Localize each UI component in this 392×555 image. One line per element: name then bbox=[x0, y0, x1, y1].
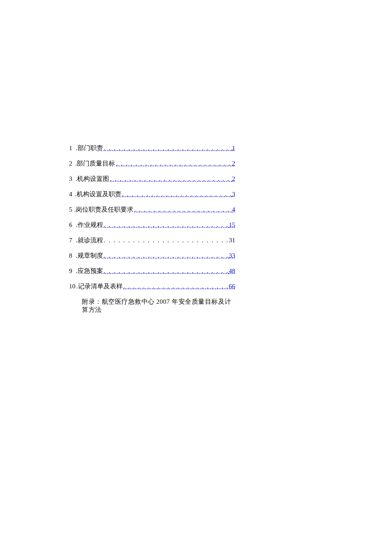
toc-link-org-chart[interactable]: . . . . . . . . . . . . . . . . . . . . … bbox=[109, 175, 235, 183]
toc-entry: 4 .机构设置及职责 . . . . . . . . . . . . . . .… bbox=[69, 190, 235, 198]
toc-link-org-responsibilities[interactable]: . . . . . . . . . . . . . . . . . . . . … bbox=[121, 191, 235, 198]
toc-entry: 2 .部门质量目标 . . . . . . . . . . . . . . . … bbox=[69, 160, 235, 168]
toc-leader: . . . . . . . . . . . . . . . . . . . . … bbox=[121, 191, 232, 198]
toc-number: 10 bbox=[69, 283, 76, 290]
toc-entry: 6 .作业规程 . . . . . . . . . . . . . . . . … bbox=[69, 221, 235, 229]
toc-leader: . . . . . . . . . . . . . . . . . . . . … bbox=[133, 206, 232, 213]
toc-page: 2 bbox=[232, 175, 236, 183]
toc-link-record-forms[interactable]: . . . . . . . . . . . . . . . . . . . . … bbox=[123, 283, 235, 290]
toc-number: 8 bbox=[69, 252, 76, 259]
toc-title: .规章制度 bbox=[76, 252, 103, 260]
toc-entry: 1 .部门职责 . . . . . . . . . . . . . . . . … bbox=[69, 144, 235, 152]
toc-title: .部门职责 bbox=[76, 144, 103, 152]
toc-title: .部门质量目标 bbox=[75, 160, 115, 168]
toc-number: 5 bbox=[69, 206, 74, 213]
toc-entry: 10 .记录清单及表样 . . . . . . . . . . . . . . … bbox=[69, 282, 235, 291]
table-of-contents: 1 .部门职责 . . . . . . . . . . . . . . . . … bbox=[69, 144, 235, 314]
toc-link-quality-targets[interactable]: . . . . . . . . . . . . . . . . . . . . … bbox=[115, 160, 235, 167]
toc-title: .作业规程 bbox=[76, 221, 103, 229]
toc-page: 66 bbox=[229, 283, 235, 290]
toc-leader: . . . . . . . . . . . . . . . . . . . . … bbox=[103, 252, 229, 259]
toc-title: .机构设置图 bbox=[75, 175, 109, 183]
toc-title: .机构设置及职责 bbox=[75, 190, 121, 198]
toc-title: .记录清单及表样 bbox=[76, 282, 123, 291]
toc-page: 33 bbox=[229, 252, 235, 259]
toc-entry: 3 .机构设置图 . . . . . . . . . . . . . . . .… bbox=[69, 175, 235, 183]
toc-leader: . . . . . . . . . . . . . . . . . . . . … bbox=[115, 160, 232, 167]
toc-page: 3 bbox=[232, 191, 236, 198]
toc-link-job-requirements[interactable]: . . . . . . . . . . . . . . . . . . . . … bbox=[133, 206, 235, 213]
toc-title: .应急预案 bbox=[76, 267, 103, 275]
toc-number: 9 bbox=[69, 267, 76, 275]
toc-page: 48 bbox=[229, 267, 235, 275]
toc-leader: . . . . . . . . . . . . . . . . . . . . … bbox=[103, 237, 229, 244]
toc-plain-treatment-process: . . . . . . . . . . . . . . . . . . . . … bbox=[103, 237, 235, 244]
toc-leader: . . . . . . . . . . . . . . . . . . . . … bbox=[103, 221, 229, 229]
toc-number: 1 bbox=[69, 145, 76, 152]
toc-entry: 7 .就诊流程 . . . . . . . . . . . . . . . . … bbox=[69, 236, 235, 244]
toc-number: 6 bbox=[69, 221, 76, 229]
toc-title: .就诊流程 bbox=[76, 236, 103, 244]
toc-leader: . . . . . . . . . . . . . . . . . . . . … bbox=[109, 175, 232, 183]
appendix-text: 附录：航空医疗急救中心 2007 年安全质量目标及计算方法 bbox=[82, 298, 235, 314]
toc-leader: . . . . . . . . . . . . . . . . . . . . … bbox=[103, 145, 232, 152]
toc-entry: 9 .应急预案 . . . . . . . . . . . . . . . . … bbox=[69, 267, 235, 275]
toc-link-regulations[interactable]: . . . . . . . . . . . . . . . . . . . . … bbox=[103, 252, 235, 259]
toc-number: 7 bbox=[69, 237, 76, 244]
toc-page: 15 bbox=[229, 221, 235, 229]
toc-link-procedures[interactable]: . . . . . . . . . . . . . . . . . . . . … bbox=[103, 221, 235, 229]
toc-number: 3 bbox=[69, 175, 75, 183]
toc-entry: 8 .规章制度 . . . . . . . . . . . . . . . . … bbox=[69, 252, 235, 260]
toc-link-department-responsibilities[interactable]: . . . . . . . . . . . . . . . . . . . . … bbox=[103, 145, 235, 152]
toc-number: 4 bbox=[69, 191, 75, 198]
toc-number: 2 bbox=[69, 160, 75, 167]
toc-page: 1 bbox=[232, 145, 236, 152]
toc-page: 31 bbox=[229, 237, 235, 244]
toc-page: 2 bbox=[232, 160, 236, 167]
toc-leader: . . . . . . . . . . . . . . . . . . . . … bbox=[103, 267, 229, 275]
toc-title: .岗位职责及任职要求 bbox=[74, 206, 133, 214]
toc-entry: 5 .岗位职责及任职要求 . . . . . . . . . . . . . .… bbox=[69, 206, 235, 214]
toc-leader: . . . . . . . . . . . . . . . . . . . . … bbox=[123, 283, 229, 290]
toc-link-emergency-plan[interactable]: . . . . . . . . . . . . . . . . . . . . … bbox=[103, 267, 235, 275]
toc-page: 4 bbox=[232, 206, 236, 213]
